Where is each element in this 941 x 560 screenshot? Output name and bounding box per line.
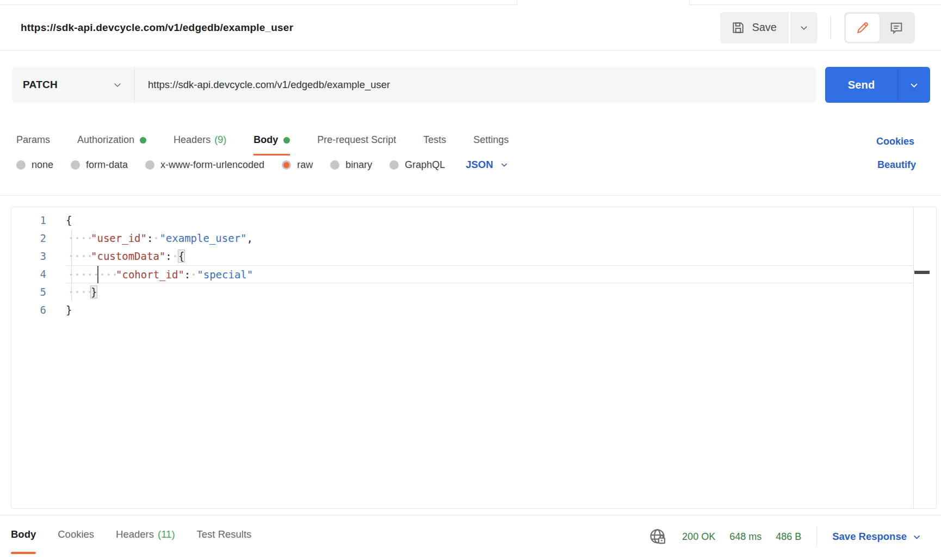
tab-label: Authorization <box>77 134 134 146</box>
line-number: 2 <box>11 229 46 247</box>
tab-pre-request-script[interactable]: Pre-request Script <box>317 134 396 155</box>
token-brace-matched: { <box>178 250 184 262</box>
token-key: "customData" <box>91 250 165 262</box>
response-tab-cookies[interactable]: Cookies <box>58 528 94 540</box>
active-request-tab[interactable] <box>517 0 690 5</box>
token-string: "special" <box>197 269 253 281</box>
tab-label: Headers <box>116 528 154 540</box>
body-type-graphql[interactable]: GraphQL <box>389 159 445 171</box>
line-number: 1 <box>11 211 46 229</box>
pencil-icon <box>856 21 870 35</box>
chevron-down-icon <box>493 160 509 169</box>
body-type-raw[interactable]: raw <box>282 159 313 171</box>
radio-label: form-data <box>86 159 128 171</box>
code-line-3: 3 "customData":{ <box>11 247 913 265</box>
body-type-x-www-form-urlencoded[interactable]: x-www-form-urlencoded <box>145 159 264 171</box>
language-value: JSON <box>466 159 493 171</box>
tab-label: Body <box>253 134 278 146</box>
language-select[interactable]: JSON <box>466 159 508 171</box>
indent-dots <box>91 266 116 283</box>
footer-separator <box>816 527 817 546</box>
tab-label: Tests <box>423 134 446 146</box>
save-button-label: Save <box>752 21 777 34</box>
token-key: "user_id" <box>91 232 147 244</box>
tab-headers[interactable]: Headers (9) <box>174 134 226 155</box>
radio-icon <box>145 160 154 170</box>
comments-button[interactable] <box>880 14 913 42</box>
response-tab-headers[interactable]: Headers (11) <box>116 528 175 540</box>
tab-authorization[interactable]: Authorization <box>77 134 146 155</box>
cursor-position-marker <box>914 271 930 274</box>
globe-lock-icon <box>648 527 668 546</box>
code-line-5: 5 } <box>11 283 913 301</box>
chevron-down-icon <box>799 23 809 33</box>
indent-dots <box>66 283 91 301</box>
radio-label: none <box>32 159 53 171</box>
send-button[interactable]: Send <box>825 67 897 103</box>
chevron-down-icon <box>907 532 921 542</box>
response-time: 648 ms <box>729 531 762 543</box>
tab-settings[interactable]: Settings <box>473 134 509 155</box>
request-title: https://sdk-api.devcycle.com/v1/edgedb/e… <box>21 22 293 34</box>
code-line-1: 1 { <box>11 211 913 229</box>
radio-label: x-www-form-urlencoded <box>160 159 264 171</box>
response-tabs: Body Cookies Headers (11) Test Results <box>11 528 273 540</box>
chevron-down-icon <box>113 80 122 90</box>
response-bar: Body Cookies Headers (11) Test Results <box>0 515 941 560</box>
editor-scrollbar[interactable] <box>913 207 936 508</box>
header-actions: Save <box>720 12 915 43</box>
cookies-link[interactable]: Cookies <box>876 136 914 147</box>
url-bar: PATCH <box>12 67 816 103</box>
token-string: "example_user" <box>159 232 246 244</box>
body-editor[interactable]: 1 { 2 "user_id":"example_user", 3 "custo… <box>11 207 937 509</box>
tab-params[interactable]: Params <box>16 134 50 155</box>
token-colon: : <box>165 250 171 262</box>
token-colon: : <box>147 232 153 244</box>
send-button-label: Send <box>848 79 875 91</box>
tab-body[interactable]: Body <box>253 134 290 155</box>
green-dot-indicator <box>140 137 146 144</box>
save-options-button[interactable] <box>790 12 818 43</box>
tab-label: Test Results <box>197 528 252 540</box>
save-split-button: Save <box>720 12 818 43</box>
method-select[interactable]: PATCH <box>12 67 135 103</box>
tab-label: Pre-request Script <box>317 134 396 146</box>
radio-label: raw <box>297 159 313 171</box>
comment-icon <box>889 20 904 35</box>
line-number: 3 <box>11 247 46 265</box>
tab-label: Cookies <box>58 528 94 540</box>
radio-icon-selected <box>282 160 291 170</box>
radio-icon <box>389 160 399 170</box>
tab-strip <box>0 0 941 5</box>
body-type-binary[interactable]: binary <box>330 159 372 171</box>
section-divider <box>0 195 941 196</box>
text-cursor <box>97 266 98 283</box>
token-key: "cohort_id" <box>116 269 184 281</box>
url-input[interactable] <box>135 67 816 103</box>
chevron-down-icon <box>909 80 919 90</box>
indent-dots <box>66 229 91 247</box>
tab-tests[interactable]: Tests <box>423 134 446 155</box>
save-response-button[interactable]: Save Response <box>832 531 921 543</box>
body-type-none[interactable]: none <box>16 159 53 171</box>
line-number: 6 <box>11 301 46 319</box>
status-code: 200 OK <box>682 531 715 543</box>
edit-mode-button[interactable] <box>846 14 880 42</box>
indent-dots <box>66 266 91 283</box>
response-tab-test-results[interactable]: Test Results <box>197 528 252 540</box>
code-area[interactable]: 1 { 2 "user_id":"example_user", 3 "custo… <box>11 211 913 319</box>
edit-comment-toggle <box>844 12 915 43</box>
body-type-form-data[interactable]: form-data <box>71 159 128 171</box>
tab-label: Body <box>11 528 36 540</box>
headers-count: (9) <box>214 134 226 146</box>
save-button[interactable]: Save <box>720 12 789 43</box>
method-value: PATCH <box>23 79 58 91</box>
body-type-bar: none form-data x-www-form-urlencoded raw… <box>16 154 941 175</box>
beautify-link[interactable]: Beautify <box>877 159 916 171</box>
response-tab-body[interactable]: Body <box>11 528 36 540</box>
token-brace-matched: } <box>91 286 97 298</box>
whitespace-dot <box>172 247 178 265</box>
send-options-button[interactable] <box>897 67 930 103</box>
save-response-label: Save Response <box>832 531 907 543</box>
tab-label: Settings <box>473 134 509 146</box>
